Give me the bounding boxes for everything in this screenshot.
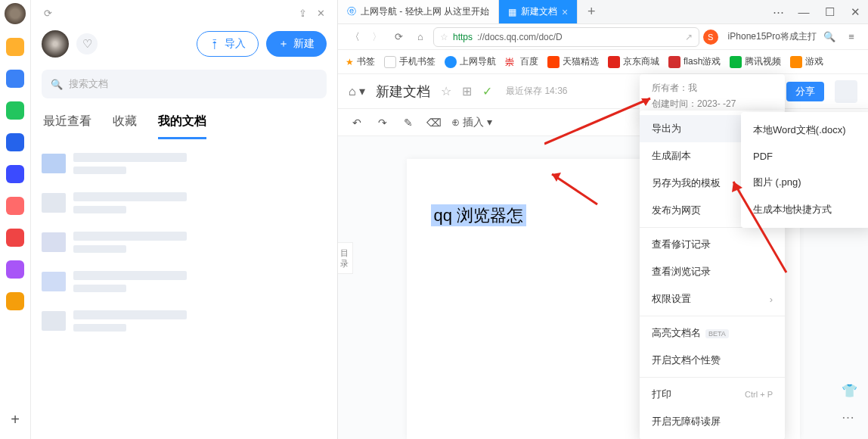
bookmark-item[interactable]: 手机书签	[384, 55, 436, 68]
outline-tab[interactable]: 目录	[338, 242, 353, 274]
list-item[interactable]	[39, 223, 330, 262]
sogou-icon[interactable]: S	[703, 30, 718, 45]
list-item[interactable]	[39, 144, 330, 183]
svg-line-0	[544, 98, 650, 144]
bookmark-item[interactable]: 游戏	[790, 55, 823, 68]
menu-print[interactable]: 打印Ctrl + P	[640, 381, 785, 408]
left-rail: +	[0, 0, 30, 439]
rail-icon-4[interactable]	[6, 133, 24, 151]
new-button[interactable]: ＋ 新建	[266, 31, 327, 57]
bookmark-item[interactable]: 腾讯视频	[730, 55, 781, 68]
star-outline-icon[interactable]: ☆	[441, 84, 451, 98]
upload-icon: ⭱	[209, 38, 220, 50]
list-item[interactable]	[39, 183, 330, 223]
home-icon[interactable]: ⌂	[411, 31, 429, 42]
bookmark-item[interactable]: 崇百度	[505, 55, 538, 68]
close-tab-icon[interactable]: ×	[562, 6, 568, 18]
browser-tabstrip: ⓔ 上网导航 - 轻快上网 从这里开始 ▦ 新建文档 × + ⋯ ― ☐ ✕	[338, 0, 868, 24]
ie-icon: ⓔ	[347, 5, 356, 18]
insert-button[interactable]: ⊕ 插入 ▾	[451, 116, 492, 129]
tab-recent[interactable]: 最近查看	[43, 109, 91, 139]
doc-icon: ▦	[508, 7, 516, 17]
import-label: 导入	[225, 37, 246, 51]
news-ticker[interactable]: iPhone15Pro将成主打	[728, 30, 817, 43]
plus-icon: ＋	[278, 37, 289, 51]
menu-perm[interactable]: 权限设置	[640, 285, 785, 313]
list-item[interactable]	[39, 301, 330, 341]
doc-home-icon[interactable]: ⌂ ▾	[349, 84, 365, 98]
search-icon[interactable]: 🔍	[820, 31, 839, 42]
address-bar: 〈 〉 ⟳ ⌂ ☆ https ://docs.qq.com/doc/D ↗ S…	[338, 24, 868, 50]
close-window-icon[interactable]: ✕	[842, 5, 868, 19]
sync-icon: ✓	[482, 84, 492, 98]
more-icon[interactable]: ⋯	[765, 5, 791, 19]
share-button[interactable]: 分享	[786, 82, 824, 101]
left-topbar: ⟳ ⇪ ✕	[31, 0, 337, 26]
browser-tab-active[interactable]: ▦ 新建文档 ×	[499, 0, 578, 23]
undo-icon[interactable]: ↶	[349, 117, 365, 129]
menu-highlight[interactable]: 高亮文档名BETA	[640, 319, 785, 347]
svg-line-2	[552, 174, 597, 204]
more-icon[interactable]: ⋯	[842, 409, 857, 425]
doc-tabs: 最近查看 收藏 我的文档	[31, 106, 337, 139]
tab-label: 上网导航 - 轻快上网 从这里开始	[361, 5, 489, 18]
search-input[interactable]: 🔍 搜索文档	[42, 70, 327, 98]
burger-icon[interactable]: ≡	[842, 31, 860, 42]
list-item[interactable]	[39, 262, 330, 301]
tab-mydocs[interactable]: 我的文档	[158, 109, 206, 139]
back-icon[interactable]: 〈	[346, 30, 364, 44]
rail-icon-2[interactable]	[6, 70, 24, 88]
account-avatar-small[interactable]	[5, 3, 26, 24]
tshirt-icon[interactable]: 👕	[842, 383, 857, 399]
svg-line-4	[733, 182, 786, 272]
new-label: 新建	[293, 37, 315, 51]
star-icon[interactable]: ☆	[440, 32, 448, 42]
maximize-icon[interactable]: ☐	[817, 5, 842, 19]
search-placeholder: 搜索文档	[69, 77, 108, 91]
redo-icon[interactable]: ↷	[374, 117, 391, 129]
url-rest: ://docs.qq.com/doc/D	[477, 32, 563, 42]
search-icon: 🔍	[51, 79, 63, 90]
url-input[interactable]: ☆ https ://docs.qq.com/doc/D ↗	[433, 27, 699, 47]
bookmarks-bar: ★书签 手机书签 上网导航 崇百度 天猫精选 京东商城 flash游戏 腾讯视频…	[338, 50, 868, 74]
forward-icon[interactable]: 〉	[367, 30, 386, 44]
rail-icon-5[interactable]	[6, 165, 24, 183]
new-tab-button[interactable]: +	[578, 0, 605, 23]
float-actions: 👕 ⋯	[842, 383, 857, 425]
clear-format-icon[interactable]: ⌫	[426, 117, 442, 129]
pin-icon[interactable]: ⇪	[293, 8, 312, 19]
browser-tab[interactable]: ⓔ 上网导航 - 轻快上网 从这里开始	[338, 0, 499, 23]
rail-icon-9[interactable]	[6, 292, 24, 310]
minimize-icon[interactable]: ―	[791, 5, 817, 18]
tab-fav[interactable]: 收藏	[113, 109, 137, 139]
rail-icon-7[interactable]	[6, 229, 24, 247]
bell-icon[interactable]: ♡	[76, 33, 98, 54]
avatar[interactable]	[42, 30, 69, 58]
tab-label: 新建文档	[521, 5, 557, 18]
rail-icon-3[interactable]	[6, 101, 24, 120]
bookmark-item[interactable]: ★书签	[346, 55, 375, 68]
doc-name[interactable]: 新建文档	[376, 83, 430, 101]
selected-text: qq 浏览器怎	[431, 204, 527, 226]
bookmark-item[interactable]: 天猫精选	[547, 55, 599, 68]
open-external-icon[interactable]: ↗	[685, 32, 693, 42]
format-paint-icon[interactable]: ✎	[400, 117, 417, 129]
rail-icon-1[interactable]	[6, 38, 24, 56]
reload-icon[interactable]: ⟳	[389, 31, 408, 42]
window-controls: ⋯ ― ☐ ✕	[765, 0, 868, 23]
bookmark-item[interactable]: 上网导航	[445, 55, 496, 68]
submenu-docx[interactable]: 本地Word文档(.docx)	[741, 117, 868, 144]
close-icon[interactable]: ✕	[312, 8, 330, 19]
menu-like[interactable]: 开启文档个性赞	[640, 347, 785, 374]
menu-a11y[interactable]: 开启无障碍读屏	[640, 408, 785, 435]
bookmark-item[interactable]: flash游戏	[668, 55, 721, 68]
bookmark-item[interactable]: 京东商城	[608, 55, 659, 68]
rail-icon-6[interactable]	[6, 197, 24, 215]
add-box-icon[interactable]: ⊞	[462, 84, 472, 98]
submenu-pdf[interactable]: PDF	[741, 144, 868, 169]
user-avatar[interactable]	[835, 80, 857, 103]
rail-add[interactable]: +	[11, 411, 20, 428]
rail-icon-8[interactable]	[6, 260, 24, 279]
refresh-icon[interactable]: ⟳	[39, 8, 57, 19]
import-button[interactable]: ⭱ 导入	[197, 31, 259, 57]
